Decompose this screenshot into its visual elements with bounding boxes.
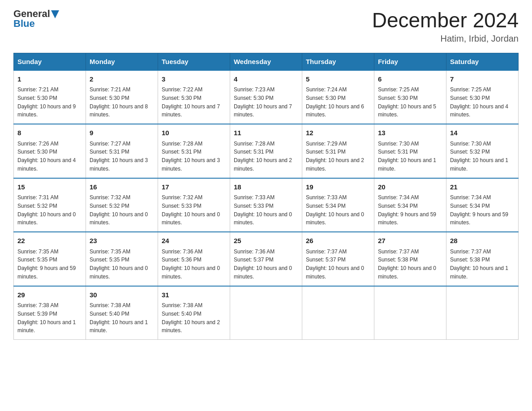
calendar-cell: 21 Sunrise: 7:34 AMSunset: 5:34 PMDaylig… xyxy=(446,178,518,232)
day-number: 30 xyxy=(90,290,154,300)
day-of-week-header: Sunday xyxy=(14,53,86,70)
calendar-cell: 24 Sunrise: 7:36 AMSunset: 5:36 PMDaylig… xyxy=(158,232,230,286)
day-info: Sunrise: 7:37 AMSunset: 5:37 PMDaylight:… xyxy=(306,248,364,280)
day-info: Sunrise: 7:38 AMSunset: 5:40 PMDaylight:… xyxy=(162,302,220,334)
day-number: 19 xyxy=(306,182,370,193)
calendar-cell: 17 Sunrise: 7:32 AMSunset: 5:33 PMDaylig… xyxy=(158,178,230,232)
calendar-cell: 18 Sunrise: 7:33 AMSunset: 5:33 PMDaylig… xyxy=(230,178,302,232)
calendar-cell xyxy=(302,286,374,340)
day-of-week-header: Thursday xyxy=(302,53,374,70)
svg-marker-0 xyxy=(51,10,59,18)
calendar-cell: 22 Sunrise: 7:35 AMSunset: 5:35 PMDaylig… xyxy=(14,232,86,286)
calendar-cell: 30 Sunrise: 7:38 AMSunset: 5:40 PMDaylig… xyxy=(86,286,158,340)
day-info: Sunrise: 7:23 AMSunset: 5:30 PMDaylight:… xyxy=(234,86,292,118)
day-number: 25 xyxy=(234,236,298,246)
day-of-week-header: Wednesday xyxy=(230,53,302,70)
day-of-week-header: Saturday xyxy=(446,53,518,70)
logo-text-general: General xyxy=(13,9,50,19)
calendar-week-row: 29 Sunrise: 7:38 AMSunset: 5:39 PMDaylig… xyxy=(14,286,519,340)
day-info: Sunrise: 7:36 AMSunset: 5:37 PMDaylight:… xyxy=(234,248,292,280)
day-number: 1 xyxy=(17,74,82,85)
calendar-cell: 16 Sunrise: 7:32 AMSunset: 5:32 PMDaylig… xyxy=(86,178,158,232)
calendar-cell: 27 Sunrise: 7:37 AMSunset: 5:38 PMDaylig… xyxy=(374,232,446,286)
day-info: Sunrise: 7:37 AMSunset: 5:38 PMDaylight:… xyxy=(450,248,508,280)
calendar-cell: 12 Sunrise: 7:29 AMSunset: 5:31 PMDaylig… xyxy=(302,124,374,178)
day-number: 2 xyxy=(90,74,154,85)
day-info: Sunrise: 7:26 AMSunset: 5:30 PMDaylight:… xyxy=(17,141,76,172)
calendar-cell: 14 Sunrise: 7:30 AMSunset: 5:32 PMDaylig… xyxy=(446,124,518,178)
calendar-cell: 2 Sunrise: 7:21 AMSunset: 5:30 PMDayligh… xyxy=(86,70,158,124)
day-info: Sunrise: 7:21 AMSunset: 5:30 PMDaylight:… xyxy=(17,86,76,118)
day-number: 20 xyxy=(378,182,442,193)
day-info: Sunrise: 7:29 AMSunset: 5:31 PMDaylight:… xyxy=(306,141,364,172)
day-number: 11 xyxy=(234,128,298,138)
day-info: Sunrise: 7:34 AMSunset: 5:34 PMDaylight:… xyxy=(450,194,508,226)
day-info: Sunrise: 7:22 AMSunset: 5:30 PMDaylight:… xyxy=(162,86,220,118)
day-number: 14 xyxy=(450,128,515,138)
calendar-cell xyxy=(446,286,518,340)
day-info: Sunrise: 7:31 AMSunset: 5:32 PMDaylight:… xyxy=(17,194,76,226)
day-number: 26 xyxy=(306,236,370,246)
day-info: Sunrise: 7:35 AMSunset: 5:35 PMDaylight:… xyxy=(90,248,148,280)
month-title: December 2024 xyxy=(372,9,519,32)
day-number: 28 xyxy=(450,236,515,246)
day-number: 22 xyxy=(17,236,82,246)
day-info: Sunrise: 7:35 AMSunset: 5:35 PMDaylight:… xyxy=(17,248,76,280)
day-number: 31 xyxy=(162,290,226,300)
logo-text-blue: Blue xyxy=(13,18,35,29)
day-number: 10 xyxy=(162,128,226,138)
calendar-table: SundayMondayTuesdayWednesdayThursdayFrid… xyxy=(13,53,519,340)
day-info: Sunrise: 7:32 AMSunset: 5:32 PMDaylight:… xyxy=(90,194,148,226)
title-block: December 2024 Hatim, Irbid, Jordan xyxy=(372,9,519,44)
calendar-cell xyxy=(230,286,302,340)
day-number: 12 xyxy=(306,128,370,138)
calendar-cell: 5 Sunrise: 7:24 AMSunset: 5:30 PMDayligh… xyxy=(302,70,374,124)
calendar-cell: 23 Sunrise: 7:35 AMSunset: 5:35 PMDaylig… xyxy=(86,232,158,286)
day-info: Sunrise: 7:37 AMSunset: 5:38 PMDaylight:… xyxy=(378,248,436,280)
day-number: 13 xyxy=(378,128,442,138)
day-info: Sunrise: 7:24 AMSunset: 5:30 PMDaylight:… xyxy=(306,86,364,118)
day-info: Sunrise: 7:34 AMSunset: 5:34 PMDaylight:… xyxy=(378,194,436,226)
day-number: 27 xyxy=(378,236,442,246)
calendar-week-row: 22 Sunrise: 7:35 AMSunset: 5:35 PMDaylig… xyxy=(14,232,519,286)
day-info: Sunrise: 7:27 AMSunset: 5:31 PMDaylight:… xyxy=(90,141,148,172)
day-number: 8 xyxy=(17,128,82,138)
day-info: Sunrise: 7:32 AMSunset: 5:33 PMDaylight:… xyxy=(162,194,220,226)
day-info: Sunrise: 7:30 AMSunset: 5:31 PMDaylight:… xyxy=(378,141,436,172)
location-text: Hatim, Irbid, Jordan xyxy=(372,34,519,44)
day-number: 18 xyxy=(234,182,298,193)
calendar-cell: 20 Sunrise: 7:34 AMSunset: 5:34 PMDaylig… xyxy=(374,178,446,232)
calendar-cell: 15 Sunrise: 7:31 AMSunset: 5:32 PMDaylig… xyxy=(14,178,86,232)
day-info: Sunrise: 7:36 AMSunset: 5:36 PMDaylight:… xyxy=(162,248,220,280)
day-info: Sunrise: 7:38 AMSunset: 5:40 PMDaylight:… xyxy=(90,302,148,334)
calendar-cell: 28 Sunrise: 7:37 AMSunset: 5:38 PMDaylig… xyxy=(446,232,518,286)
calendar-header-row: SundayMondayTuesdayWednesdayThursdayFrid… xyxy=(14,53,519,70)
calendar-cell: 25 Sunrise: 7:36 AMSunset: 5:37 PMDaylig… xyxy=(230,232,302,286)
day-number: 16 xyxy=(90,182,154,193)
day-number: 29 xyxy=(17,290,82,300)
day-number: 4 xyxy=(234,74,298,85)
day-number: 6 xyxy=(378,74,442,85)
day-number: 24 xyxy=(162,236,226,246)
calendar-cell: 3 Sunrise: 7:22 AMSunset: 5:30 PMDayligh… xyxy=(158,70,230,124)
day-info: Sunrise: 7:21 AMSunset: 5:30 PMDaylight:… xyxy=(90,86,148,118)
calendar-cell xyxy=(374,286,446,340)
calendar-cell: 19 Sunrise: 7:33 AMSunset: 5:34 PMDaylig… xyxy=(302,178,374,232)
calendar-week-row: 1 Sunrise: 7:21 AMSunset: 5:30 PMDayligh… xyxy=(14,70,519,124)
calendar-cell: 4 Sunrise: 7:23 AMSunset: 5:30 PMDayligh… xyxy=(230,70,302,124)
calendar-week-row: 8 Sunrise: 7:26 AMSunset: 5:30 PMDayligh… xyxy=(14,124,519,178)
day-number: 5 xyxy=(306,74,370,85)
day-info: Sunrise: 7:28 AMSunset: 5:31 PMDaylight:… xyxy=(162,141,220,172)
day-info: Sunrise: 7:30 AMSunset: 5:32 PMDaylight:… xyxy=(450,141,508,172)
calendar-cell: 29 Sunrise: 7:38 AMSunset: 5:39 PMDaylig… xyxy=(14,286,86,340)
calendar-cell: 26 Sunrise: 7:37 AMSunset: 5:37 PMDaylig… xyxy=(302,232,374,286)
logo-triangle-icon xyxy=(51,10,59,18)
calendar-cell: 11 Sunrise: 7:28 AMSunset: 5:31 PMDaylig… xyxy=(230,124,302,178)
calendar-cell: 6 Sunrise: 7:25 AMSunset: 5:30 PMDayligh… xyxy=(374,70,446,124)
day-number: 15 xyxy=(17,182,82,193)
day-of-week-header: Monday xyxy=(86,53,158,70)
calendar-cell: 9 Sunrise: 7:27 AMSunset: 5:31 PMDayligh… xyxy=(86,124,158,178)
day-info: Sunrise: 7:25 AMSunset: 5:30 PMDaylight:… xyxy=(378,86,436,118)
calendar-cell: 7 Sunrise: 7:25 AMSunset: 5:30 PMDayligh… xyxy=(446,70,518,124)
day-info: Sunrise: 7:33 AMSunset: 5:34 PMDaylight:… xyxy=(306,194,364,226)
